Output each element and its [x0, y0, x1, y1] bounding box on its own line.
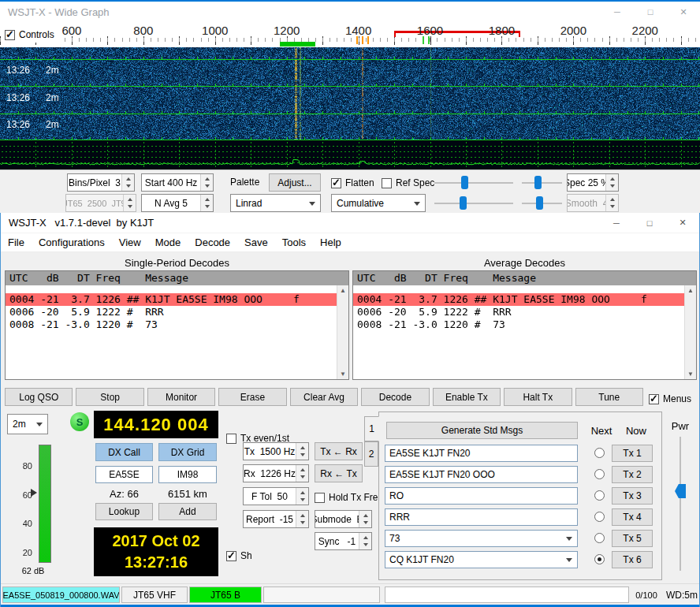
start-freq-spinner[interactable]: Start 400 Hz	[141, 173, 214, 192]
menu-help[interactable]: Help	[313, 233, 348, 251]
waterfall-gain-slider[interactable]	[433, 173, 515, 192]
spectrum-gain-slider[interactable]	[433, 194, 515, 212]
menu-mode[interactable]: Mode	[148, 233, 188, 251]
tune-button[interactable]: Tune	[575, 388, 643, 406]
close-icon[interactable]: ✕	[666, 213, 699, 233]
menu-file[interactable]: File	[1, 233, 32, 251]
enable-tx-button[interactable]: Enable Tx	[433, 388, 501, 406]
slider-handle[interactable]	[534, 176, 542, 189]
dx-grid-field[interactable]: IM98	[158, 466, 217, 483]
decode-row[interactable]: 0006 -20 5.9 1222 # RRR	[353, 306, 684, 318]
decode-body[interactable]: 0004 -21 3.7 1226 ## K1JT EA5SE IM98 OOO…	[6, 285, 337, 379]
dx-call-button[interactable]: DX Call	[95, 443, 153, 461]
tx-message-1-field[interactable]: EA5SE K1JT FN20	[385, 445, 578, 462]
flatten-checkbox[interactable]: Flatten	[331, 175, 374, 191]
decode-row[interactable]: 0004 -21 3.7 1226 ## K1JT EA5SE IM98 OOO…	[353, 293, 684, 306]
tx-freq-spinner[interactable]: Tx 1500 Hz	[243, 442, 309, 460]
menu-tools[interactable]: Tools	[275, 233, 313, 251]
scroll-down-icon[interactable]: ▼	[685, 371, 696, 378]
smooth-spinner[interactable]: Smooth 4	[567, 194, 619, 212]
generate-std-msgs-button[interactable]: Generate Std Msgs	[386, 422, 578, 439]
decode-row[interactable]: 0004 -21 3.7 1226 ## K1JT EA5SE IM98 OOO…	[6, 293, 337, 306]
tx-message-1-radio[interactable]	[594, 448, 605, 458]
spectrum-zero-slider[interactable]	[520, 194, 564, 212]
log-qso-button[interactable]: Log QSO	[5, 388, 73, 406]
tx-4-button[interactable]: Tx 4	[612, 508, 653, 526]
menu-save[interactable]: Save	[237, 233, 275, 251]
decode-button[interactable]: Decode	[361, 388, 429, 406]
tab-2[interactable]: 2	[364, 441, 378, 467]
minimize-icon[interactable]: ─	[600, 213, 633, 233]
report-spinner[interactable]: Report -15	[243, 510, 309, 528]
n-avg-spinner[interactable]: N Avg 5	[141, 194, 214, 212]
rx-freq-spinner[interactable]: Rx 1226 Hz	[243, 464, 309, 482]
tx-message-4-radio[interactable]	[594, 512, 605, 522]
spectrum-mode-combo[interactable]: Cumulative	[331, 194, 426, 212]
menu-decode[interactable]: Decode	[188, 233, 237, 251]
dx-call-field[interactable]: EA5SE	[95, 466, 153, 483]
close-icon[interactable]: ✕	[667, 2, 700, 22]
tab-1[interactable]: 1	[364, 416, 379, 441]
slider-handle[interactable]	[675, 484, 686, 498]
tx-message-5-radio[interactable]	[594, 533, 605, 543]
hold-tx-freq-checkbox[interactable]: Hold Tx Freq	[315, 490, 383, 505]
scroll-down-icon[interactable]: ▼	[337, 371, 348, 378]
controls-checkbox[interactable]: Controls	[5, 27, 59, 43]
spinner-arrows-icon[interactable]	[359, 511, 371, 527]
scroll-up-icon[interactable]: ▲	[685, 287, 696, 294]
spinner-arrows-icon[interactable]	[121, 174, 134, 191]
sync-spinner[interactable]: Sync -1	[315, 532, 372, 550]
tx-6-button[interactable]: Tx 6	[612, 551, 653, 568]
spinner-arrows-icon[interactable]	[296, 511, 308, 527]
tx-5-button[interactable]: Tx 5	[612, 530, 653, 547]
spinner-arrows-icon[interactable]	[605, 174, 618, 191]
tx-from-rx-button[interactable]: Tx ← Rx	[315, 442, 363, 460]
decode-scrollbar[interactable]: ▲▼	[337, 285, 348, 379]
bins-pixel-spinner[interactable]: Bins/Pixel 3	[67, 173, 135, 192]
main-titlebar[interactable]: WSJT-X v1.7.1-devel by K1JT ─ □ ✕	[1, 213, 699, 233]
spinner-arrows-icon[interactable]	[296, 488, 308, 505]
ftol-spinner[interactable]: F Tol 50	[243, 487, 309, 505]
decode-row[interactable]: 0006 -20 5.9 1222 # RRR	[6, 306, 337, 318]
waterfall-canvas[interactable]	[0, 47, 700, 169]
menu-configurations[interactable]: Configurations	[32, 233, 112, 251]
submode-spinner[interactable]: Submode B	[315, 510, 372, 528]
halt-tx-button[interactable]: Halt Tx	[504, 388, 572, 406]
tx-message-4-field[interactable]: RRR	[385, 508, 578, 526]
spinner-arrows-icon[interactable]	[605, 195, 618, 211]
add-button[interactable]: Add	[158, 503, 217, 520]
slider-handle[interactable]	[460, 196, 467, 210]
decode-row[interactable]: 0008 -21 -3.0 1220 # 73	[6, 318, 337, 331]
spec-percent-spinner[interactable]: Spec 25 %	[567, 173, 619, 192]
clear-avg-button[interactable]: Clear Avg	[290, 388, 358, 406]
rx-from-tx-button[interactable]: Rx ← Tx	[315, 464, 363, 482]
palette-combo[interactable]: Linrad	[230, 194, 321, 212]
wide-graph-titlebar[interactable]: WSJT-X - Wide Graph ─ □ ✕	[0, 2, 700, 22]
maximize-icon[interactable]: □	[633, 213, 666, 233]
tx-message-3-field[interactable]: RO	[385, 487, 578, 505]
scroll-up-icon[interactable]: ▲	[337, 287, 348, 294]
adjust-button[interactable]: Adjust...	[269, 173, 321, 192]
slider-handle[interactable]	[461, 176, 468, 189]
tx-message-2-field[interactable]: EA5SE K1JT FN20 OOO	[385, 466, 578, 483]
sh-checkbox[interactable]: Sh	[226, 548, 252, 564]
spinner-arrows-icon[interactable]	[200, 174, 213, 191]
pwr-slider[interactable]	[673, 435, 687, 572]
menu-view[interactable]: View	[112, 233, 148, 251]
waterfall-zero-slider[interactable]	[520, 173, 564, 192]
tx-1-button[interactable]: Tx 1	[612, 445, 653, 462]
jt65-jt9-split-spinner[interactable]: JT65 2500 JT9	[65, 194, 136, 212]
maximize-icon[interactable]: □	[634, 2, 667, 22]
tx-message-2-radio[interactable]	[594, 469, 605, 479]
spinner-arrows-icon[interactable]	[359, 533, 371, 549]
minimize-icon[interactable]: ─	[601, 2, 634, 22]
tx-message-5-field[interactable]: 73	[385, 530, 578, 547]
decode-body[interactable]: 0004 -21 3.7 1226 ## K1JT EA5SE IM98 OOO…	[353, 285, 684, 379]
erase-button[interactable]: Erase	[218, 388, 286, 406]
tx-message-6-field[interactable]: CQ K1JT FN20	[385, 551, 578, 568]
tx-message-3-radio[interactable]	[594, 490, 605, 501]
tx-3-button[interactable]: Tx 3	[612, 487, 653, 505]
spinner-arrows-icon[interactable]	[123, 195, 136, 211]
ref-spec-checkbox[interactable]: Ref Spec	[382, 175, 434, 191]
freq-ruler[interactable]: Controls 6008001000120014001600180020002…	[0, 22, 700, 47]
